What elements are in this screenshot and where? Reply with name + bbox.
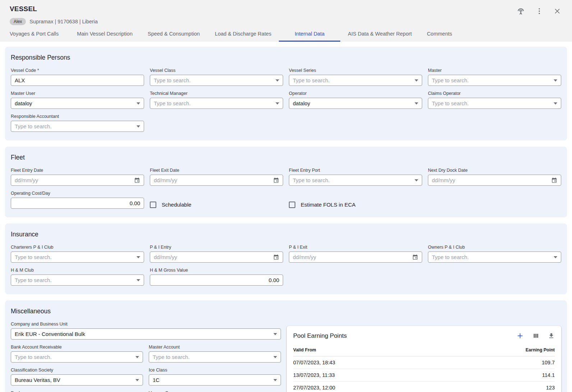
table-row[interactable]: 13/07/2023, 11:33 114.1 xyxy=(293,369,555,382)
tab-speed-consumption[interactable]: Speed & Consumption xyxy=(140,26,207,42)
pi-exit-date-input[interactable] xyxy=(289,252,422,263)
chevron-down-icon xyxy=(276,79,279,82)
operator-select[interactable]: dataloy xyxy=(289,98,422,109)
select-value: dataloy xyxy=(15,100,134,106)
estimate-fols-checkbox[interactable] xyxy=(289,202,295,208)
date-text[interactable] xyxy=(15,177,131,183)
calendar-icon[interactable] xyxy=(273,254,279,260)
chevron-down-icon xyxy=(137,279,140,281)
field-label: Ice Class xyxy=(149,368,281,373)
field-estimate-fols-in-eca: Estimate FOLS in ECA xyxy=(289,191,422,209)
calendar-icon[interactable] xyxy=(412,254,418,260)
tab-comments[interactable]: Comments xyxy=(419,26,460,42)
number-text[interactable] xyxy=(15,200,140,206)
calendar-icon[interactable] xyxy=(273,177,279,183)
section-responsible-persons: Responsible Persons Vessel Code * Vessel… xyxy=(5,47,567,140)
number-text[interactable] xyxy=(154,277,279,283)
technical-manager-select[interactable]: Type to search. xyxy=(150,98,283,109)
field-label: P & I Exit xyxy=(289,245,422,250)
column-header-valid-from: Valid From xyxy=(293,347,316,352)
field-label: Fleet Entry Port xyxy=(289,168,422,173)
field-label: Company and Business Unit xyxy=(11,322,281,327)
section-fleet: Fleet Fleet Entry Date Fleet Exit Date xyxy=(5,147,567,217)
tab-main-vessel-description[interactable]: Main Vessel Description xyxy=(69,26,140,42)
date-text[interactable] xyxy=(154,177,270,183)
date-text[interactable] xyxy=(293,254,409,260)
field-responsible-accountant: Responsible Accountant Type to search. xyxy=(11,114,144,132)
fleet-exit-date-input[interactable] xyxy=(150,175,283,186)
table-row[interactable]: 27/07/2023, 12:00 123 xyxy=(293,382,555,392)
section-title: Fleet xyxy=(11,154,561,161)
master-account-select[interactable]: Type to search. xyxy=(149,351,281,363)
kebab-menu-icon[interactable] xyxy=(535,7,543,15)
hm-club-select[interactable]: Type to search. xyxy=(11,275,144,286)
chevron-down-icon xyxy=(273,379,277,381)
operating-cost-day-input[interactable] xyxy=(11,198,144,209)
page-title: VESSEL xyxy=(10,5,37,13)
field-ice-class: Ice Class 1C xyxy=(149,368,281,386)
fleet-entry-port-select[interactable]: Type to search. xyxy=(289,175,422,186)
field-label: H & M Gross Value xyxy=(150,268,283,273)
bank-account-receivable-select[interactable]: Type to search. xyxy=(11,351,143,363)
select-placeholder: Type to search. xyxy=(153,354,271,360)
pi-entry-date-input[interactable] xyxy=(150,252,283,263)
window-header: VESSEL xyxy=(0,0,572,42)
checkbox-label: Schedulable xyxy=(162,202,192,208)
tab-internal-data[interactable]: Internal Data xyxy=(279,26,340,42)
calendar-icon[interactable] xyxy=(134,177,140,183)
field-label: Claims Operator xyxy=(428,91,561,96)
ice-class-select[interactable]: 1C xyxy=(149,374,281,386)
field-label: Classification Society xyxy=(11,368,143,373)
master-user-select[interactable]: dataloy xyxy=(11,98,144,109)
vessel-code-input[interactable] xyxy=(11,75,144,86)
field-claims-operator: Claims Operator Type to search. xyxy=(428,91,561,109)
table-row[interactable]: 07/07/2023, 18:43 109.7 xyxy=(293,356,555,369)
date-text[interactable] xyxy=(154,254,270,260)
field-label: P & I Entry xyxy=(150,245,283,250)
field-classification-society: Classification Society Bureau Veritas, B… xyxy=(11,368,143,386)
field-voyage-currency: Voyage Currency Type to search. xyxy=(149,391,281,392)
tab-voyages-port-calls[interactable]: Voyages & Port Calls xyxy=(10,26,69,42)
claims-operator-select[interactable]: Type to search. xyxy=(428,98,561,109)
company-business-unit-select[interactable]: Erik EUR - Conventional Bulk xyxy=(11,328,281,340)
fleet-entry-date-input[interactable] xyxy=(11,175,144,186)
section-title: Responsible Persons xyxy=(11,54,561,61)
vessel-class-select[interactable]: Type to search. xyxy=(150,75,283,86)
field-vessel-code: Vessel Code * xyxy=(11,68,144,86)
field-label: Vessel Code * xyxy=(11,68,144,73)
download-icon[interactable] xyxy=(548,332,555,339)
add-icon[interactable] xyxy=(516,332,524,340)
schedulable-checkbox[interactable] xyxy=(150,202,156,208)
chevron-down-icon xyxy=(276,102,279,105)
classification-society-select[interactable]: Bureau Veritas, BV xyxy=(11,374,143,386)
select-placeholder: Type to search. xyxy=(293,77,412,83)
vessel-code-text[interactable] xyxy=(15,77,140,83)
field-label: Operator xyxy=(289,91,422,96)
charterers-pi-club-select[interactable]: Type to search. xyxy=(11,252,144,263)
next-dry-dock-date-input[interactable] xyxy=(428,175,561,186)
field-fleet-exit-date: Fleet Exit Date xyxy=(150,168,283,186)
wifi-tethering-icon[interactable] xyxy=(516,6,525,15)
field-label: Operating Cost/Day xyxy=(11,191,144,196)
vessel-series-select[interactable]: Type to search. xyxy=(289,75,422,86)
close-icon[interactable] xyxy=(553,7,561,15)
field-hm-club: H & M Club Type to search. xyxy=(11,268,144,286)
tab-load-discharge-rates[interactable]: Load & Discharge Rates xyxy=(207,26,279,42)
calendar-icon[interactable] xyxy=(551,177,557,183)
valid-from-cell: 13/07/2023, 11:33 xyxy=(293,372,335,378)
field-owners-pi-club: Owners P & I Club Type to search. xyxy=(428,245,561,263)
field-label: Owners P & I Club xyxy=(428,245,561,250)
field-operating-cost-day: Operating Cost/Day xyxy=(11,191,144,209)
master-select[interactable]: Type to search. xyxy=(428,75,561,86)
owners-pi-club-select[interactable]: Type to search. xyxy=(428,252,561,263)
field-vessel-series: Vessel Series Type to search. xyxy=(289,68,422,86)
select-placeholder: Type to search. xyxy=(15,123,134,129)
view-columns-icon[interactable] xyxy=(532,332,539,339)
field-label: Technical Manager xyxy=(150,91,283,96)
date-text[interactable] xyxy=(432,177,548,183)
tab-ais-data-weather-report[interactable]: AIS Data & Weather Report xyxy=(340,26,419,42)
chevron-down-icon xyxy=(415,179,418,181)
field-label: Vessel Series xyxy=(289,68,422,73)
responsible-accountant-select[interactable]: Type to search. xyxy=(11,121,144,132)
hm-gross-value-input[interactable] xyxy=(150,275,283,286)
